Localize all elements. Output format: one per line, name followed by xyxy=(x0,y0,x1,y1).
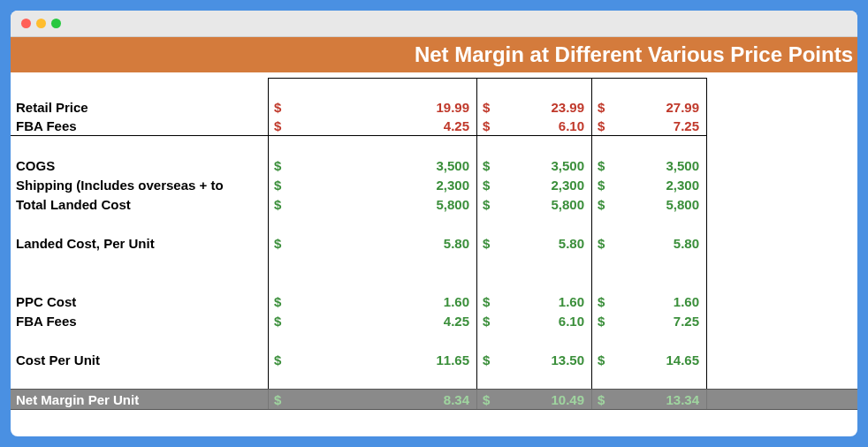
cell-value: 2,300 xyxy=(290,178,476,193)
currency-symbol: $ xyxy=(269,294,290,309)
cell-value: 6.10 xyxy=(499,314,591,329)
cell-value: 3,500 xyxy=(613,158,706,173)
row-label: Landed Cost, Per Unit xyxy=(11,233,269,253)
cell-value: 2,300 xyxy=(499,178,591,193)
cell-value: 4.25 xyxy=(290,314,476,329)
currency-symbol: $ xyxy=(269,158,290,173)
cell-value: 27.99 xyxy=(613,100,706,115)
cell-value: 4.25 xyxy=(290,118,476,133)
cell-value: 5,800 xyxy=(499,197,591,212)
table-row: PPC Cost $1.60 $1.60 $1.60 xyxy=(11,292,857,311)
app-window: Net Margin at Different Various Price Po… xyxy=(11,11,857,436)
footer-row: Net Margin Per Unit $8.34 $10.49 $13.34 xyxy=(11,389,857,410)
cell-value: 1.60 xyxy=(290,294,476,309)
currency-symbol: $ xyxy=(592,118,613,133)
currency-symbol: $ xyxy=(592,314,613,329)
row-label: Net Margin Per Unit xyxy=(11,390,269,409)
page-title: Net Margin at Different Various Price Po… xyxy=(11,37,857,72)
cell-value: 7.25 xyxy=(613,118,706,133)
empty-row xyxy=(11,214,857,233)
currency-symbol: $ xyxy=(592,158,613,173)
row-label: Total Landed Cost xyxy=(11,194,269,214)
cell-value: 5.80 xyxy=(499,236,591,251)
currency-symbol: $ xyxy=(477,392,499,407)
cell-value: 3,500 xyxy=(499,158,591,173)
cell-value: 6.10 xyxy=(499,118,591,133)
empty-row xyxy=(11,253,857,272)
currency-symbol: $ xyxy=(477,158,499,173)
currency-symbol: $ xyxy=(477,352,499,367)
currency-symbol: $ xyxy=(592,178,613,193)
cell-value: 19.99 xyxy=(290,100,476,115)
header-row xyxy=(11,78,857,97)
currency-symbol: $ xyxy=(592,100,613,115)
table-row: Landed Cost, Per Unit $5.80 $5.80 $5.80 xyxy=(11,233,857,253)
currency-symbol: $ xyxy=(592,392,613,407)
table-row: FBA Fees $4.25 $6.10 $7.25 xyxy=(11,117,857,136)
cell-value: 1.60 xyxy=(499,294,591,309)
currency-symbol: $ xyxy=(269,197,290,212)
titlebar xyxy=(11,11,857,37)
cell-value: 3,500 xyxy=(290,158,476,173)
currency-symbol: $ xyxy=(477,118,499,133)
empty-row xyxy=(11,272,857,292)
table-row: FBA Fees $4.25 $6.10 $7.25 xyxy=(11,311,857,330)
currency-symbol: $ xyxy=(269,392,290,407)
currency-symbol: $ xyxy=(592,352,613,367)
cell-value: 5.80 xyxy=(290,236,476,251)
cell-value: 23.99 xyxy=(499,100,591,115)
row-label: COGS xyxy=(11,155,269,175)
currency-symbol: $ xyxy=(477,197,499,212)
empty-row xyxy=(11,330,857,350)
currency-symbol: $ xyxy=(477,178,499,193)
cell-value: 10.49 xyxy=(499,392,591,407)
row-label: FBA Fees xyxy=(11,311,269,330)
cell-value: 13.50 xyxy=(499,352,591,367)
spreadsheet: Retail Price $19.99 $23.99 $27.99 FBA Fe… xyxy=(11,72,857,410)
currency-symbol: $ xyxy=(269,314,290,329)
currency-symbol: $ xyxy=(592,197,613,212)
currency-symbol: $ xyxy=(477,100,499,115)
currency-symbol: $ xyxy=(269,236,290,251)
currency-symbol: $ xyxy=(269,352,290,367)
currency-symbol: $ xyxy=(477,236,499,251)
currency-symbol: $ xyxy=(269,178,290,193)
cell-value: 5.80 xyxy=(613,236,706,251)
cell-value: 7.25 xyxy=(613,314,706,329)
table-row: Cost Per Unit $11.65 $13.50 $14.65 xyxy=(11,350,857,369)
empty-row xyxy=(11,136,857,155)
row-label: PPC Cost xyxy=(11,292,269,311)
cell-value: 8.34 xyxy=(290,392,476,407)
row-label: FBA Fees xyxy=(11,117,269,136)
maximize-icon[interactable] xyxy=(51,19,61,28)
empty-row xyxy=(11,369,857,389)
content-area: Net Margin at Different Various Price Po… xyxy=(11,37,857,436)
cell-value: 1.60 xyxy=(613,294,706,309)
currency-symbol: $ xyxy=(269,118,290,133)
currency-symbol: $ xyxy=(269,100,290,115)
table-row: Retail Price $19.99 $23.99 $27.99 xyxy=(11,97,857,117)
currency-symbol: $ xyxy=(477,314,499,329)
row-label: Retail Price xyxy=(11,97,269,117)
cell-value: 14.65 xyxy=(613,352,706,367)
cell-value: 5,800 xyxy=(613,197,706,212)
currency-symbol: $ xyxy=(477,294,499,309)
cell-value: 13.34 xyxy=(613,392,706,407)
row-label: Cost Per Unit xyxy=(11,350,269,369)
row-label: Shipping (Includes overseas + to xyxy=(11,175,269,194)
table-row: Total Landed Cost $5,800 $5,800 $5,800 xyxy=(11,194,857,214)
cell-value: 2,300 xyxy=(613,178,706,193)
table-row: Shipping (Includes overseas + to $2,300 … xyxy=(11,175,857,194)
close-icon[interactable] xyxy=(21,19,31,28)
currency-symbol: $ xyxy=(592,294,613,309)
cell-value: 11.65 xyxy=(290,352,476,367)
minimize-icon[interactable] xyxy=(36,19,46,28)
currency-symbol: $ xyxy=(592,236,613,251)
table-row: COGS $3,500 $3,500 $3,500 xyxy=(11,155,857,175)
cell-value: 5,800 xyxy=(290,197,476,212)
